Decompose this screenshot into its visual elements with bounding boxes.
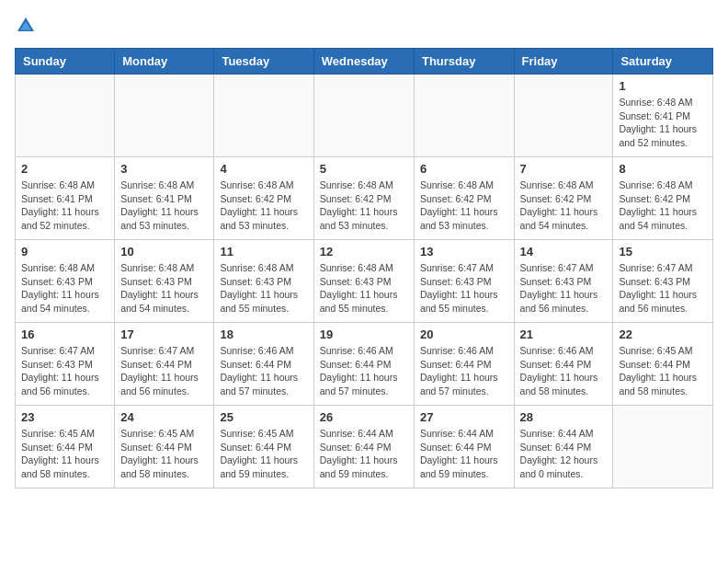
day-number: 4: [220, 162, 307, 176]
calendar-cell: 8Sunrise: 6:48 AM Sunset: 6:42 PM Daylig…: [613, 157, 713, 240]
day-number: 9: [21, 245, 108, 259]
day-info: Sunrise: 6:48 AM Sunset: 6:43 PM Dayligh…: [320, 261, 408, 316]
calendar-cell: 5Sunrise: 6:48 AM Sunset: 6:42 PM Daylig…: [313, 157, 414, 240]
calendar-cell: 9Sunrise: 6:48 AM Sunset: 6:43 PM Daylig…: [16, 240, 115, 323]
calendar-cell: 15Sunrise: 6:47 AM Sunset: 6:43 PM Dayli…: [613, 240, 713, 323]
calendar-cell: [613, 406, 713, 488]
day-info: Sunrise: 6:46 AM Sunset: 6:44 PM Dayligh…: [420, 344, 508, 398]
weekday-header: Tuesday: [214, 49, 313, 75]
calendar-cell: 18Sunrise: 6:46 AM Sunset: 6:44 PM Dayli…: [214, 323, 313, 406]
day-number: 8: [619, 162, 707, 176]
calendar-cell: [16, 75, 115, 157]
logo-icon: [15, 15, 37, 37]
day-info: Sunrise: 6:48 AM Sunset: 6:41 PM Dayligh…: [619, 96, 707, 150]
calendar-cell: 23Sunrise: 6:45 AM Sunset: 6:44 PM Dayli…: [16, 406, 115, 488]
day-number: 17: [120, 327, 208, 341]
calendar-cell: 25Sunrise: 6:45 AM Sunset: 6:44 PM Dayli…: [214, 406, 313, 488]
day-info: Sunrise: 6:45 AM Sunset: 6:44 PM Dayligh…: [619, 344, 707, 398]
day-info: Sunrise: 6:48 AM Sunset: 6:41 PM Dayligh…: [21, 178, 108, 233]
day-number: 15: [619, 245, 707, 259]
weekday-header: Monday: [115, 49, 214, 75]
day-info: Sunrise: 6:47 AM Sunset: 6:43 PM Dayligh…: [21, 344, 108, 398]
day-number: 20: [420, 327, 508, 341]
day-number: 28: [520, 410, 608, 424]
day-number: 25: [220, 410, 307, 424]
day-info: Sunrise: 6:44 AM Sunset: 6:44 PM Dayligh…: [420, 427, 508, 481]
header: [15, 15, 713, 37]
weekday-header: Wednesday: [313, 49, 414, 75]
day-info: Sunrise: 6:48 AM Sunset: 6:42 PM Dayligh…: [320, 178, 408, 233]
calendar-cell: 20Sunrise: 6:46 AM Sunset: 6:44 PM Dayli…: [414, 323, 514, 406]
day-number: 12: [320, 245, 408, 259]
calendar-cell: 26Sunrise: 6:44 AM Sunset: 6:44 PM Dayli…: [313, 406, 414, 488]
day-number: 21: [520, 327, 608, 341]
day-number: 10: [120, 245, 208, 259]
weekday-header: Friday: [514, 49, 613, 75]
day-number: 3: [120, 162, 208, 176]
calendar-cell: [214, 75, 313, 157]
calendar-cell: 6Sunrise: 6:48 AM Sunset: 6:42 PM Daylig…: [414, 157, 514, 240]
calendar-cell: 27Sunrise: 6:44 AM Sunset: 6:44 PM Dayli…: [414, 406, 514, 488]
calendar-cell: 3Sunrise: 6:48 AM Sunset: 6:41 PM Daylig…: [115, 157, 214, 240]
day-info: Sunrise: 6:46 AM Sunset: 6:44 PM Dayligh…: [520, 344, 608, 398]
calendar-cell: [514, 75, 613, 157]
day-info: Sunrise: 6:45 AM Sunset: 6:44 PM Dayligh…: [120, 427, 208, 481]
day-number: 18: [220, 327, 307, 341]
day-info: Sunrise: 6:45 AM Sunset: 6:44 PM Dayligh…: [21, 427, 108, 481]
calendar: SundayMondayTuesdayWednesdayThursdayFrid…: [15, 48, 713, 488]
day-number: 27: [420, 410, 508, 424]
day-number: 19: [320, 327, 408, 341]
calendar-cell: 16Sunrise: 6:47 AM Sunset: 6:43 PM Dayli…: [16, 323, 115, 406]
calendar-cell: 24Sunrise: 6:45 AM Sunset: 6:44 PM Dayli…: [115, 406, 214, 488]
day-info: Sunrise: 6:48 AM Sunset: 6:41 PM Dayligh…: [120, 178, 208, 233]
day-number: 2: [21, 162, 108, 176]
day-number: 14: [520, 245, 608, 259]
day-number: 11: [220, 245, 307, 259]
day-info: Sunrise: 6:47 AM Sunset: 6:43 PM Dayligh…: [520, 261, 608, 316]
day-info: Sunrise: 6:47 AM Sunset: 6:43 PM Dayligh…: [420, 261, 508, 316]
calendar-cell: 7Sunrise: 6:48 AM Sunset: 6:42 PM Daylig…: [514, 157, 613, 240]
weekday-header-row: SundayMondayTuesdayWednesdayThursdayFrid…: [16, 49, 713, 75]
day-number: 24: [120, 410, 208, 424]
day-number: 23: [21, 410, 108, 424]
calendar-cell: 21Sunrise: 6:46 AM Sunset: 6:44 PM Dayli…: [514, 323, 613, 406]
calendar-week-row: 9Sunrise: 6:48 AM Sunset: 6:43 PM Daylig…: [16, 240, 713, 323]
day-info: Sunrise: 6:48 AM Sunset: 6:43 PM Dayligh…: [21, 261, 108, 316]
day-number: 6: [420, 162, 508, 176]
weekday-header: Saturday: [613, 49, 713, 75]
day-info: Sunrise: 6:46 AM Sunset: 6:44 PM Dayligh…: [220, 344, 307, 398]
day-info: Sunrise: 6:48 AM Sunset: 6:42 PM Dayligh…: [220, 178, 307, 233]
calendar-cell: 1Sunrise: 6:48 AM Sunset: 6:41 PM Daylig…: [613, 75, 713, 157]
calendar-cell: 17Sunrise: 6:47 AM Sunset: 6:44 PM Dayli…: [115, 323, 214, 406]
calendar-cell: [115, 75, 214, 157]
day-info: Sunrise: 6:48 AM Sunset: 6:43 PM Dayligh…: [220, 261, 307, 316]
calendar-week-row: 1Sunrise: 6:48 AM Sunset: 6:41 PM Daylig…: [16, 75, 713, 157]
day-info: Sunrise: 6:48 AM Sunset: 6:42 PM Dayligh…: [420, 178, 508, 233]
calendar-week-row: 2Sunrise: 6:48 AM Sunset: 6:41 PM Daylig…: [16, 157, 713, 240]
calendar-cell: 19Sunrise: 6:46 AM Sunset: 6:44 PM Dayli…: [313, 323, 414, 406]
calendar-week-row: 23Sunrise: 6:45 AM Sunset: 6:44 PM Dayli…: [16, 406, 713, 488]
day-info: Sunrise: 6:46 AM Sunset: 6:44 PM Dayligh…: [320, 344, 408, 398]
calendar-cell: 11Sunrise: 6:48 AM Sunset: 6:43 PM Dayli…: [214, 240, 313, 323]
weekday-header: Thursday: [414, 49, 514, 75]
calendar-cell: 14Sunrise: 6:47 AM Sunset: 6:43 PM Dayli…: [514, 240, 613, 323]
weekday-header: Sunday: [16, 49, 115, 75]
day-info: Sunrise: 6:47 AM Sunset: 6:44 PM Dayligh…: [120, 344, 208, 398]
day-info: Sunrise: 6:48 AM Sunset: 6:42 PM Dayligh…: [619, 178, 707, 233]
day-info: Sunrise: 6:45 AM Sunset: 6:44 PM Dayligh…: [220, 427, 307, 481]
day-info: Sunrise: 6:44 AM Sunset: 6:44 PM Dayligh…: [320, 427, 408, 481]
day-number: 26: [320, 410, 408, 424]
day-info: Sunrise: 6:47 AM Sunset: 6:43 PM Dayligh…: [619, 261, 707, 316]
calendar-cell: 22Sunrise: 6:45 AM Sunset: 6:44 PM Dayli…: [613, 323, 713, 406]
day-number: 5: [320, 162, 408, 176]
day-number: 7: [520, 162, 608, 176]
calendar-cell: [313, 75, 414, 157]
logo: [15, 15, 40, 37]
calendar-cell: 28Sunrise: 6:44 AM Sunset: 6:44 PM Dayli…: [514, 406, 613, 488]
day-number: 22: [619, 327, 707, 341]
day-info: Sunrise: 6:48 AM Sunset: 6:42 PM Dayligh…: [520, 178, 608, 233]
calendar-cell: [414, 75, 514, 157]
calendar-cell: 10Sunrise: 6:48 AM Sunset: 6:43 PM Dayli…: [115, 240, 214, 323]
day-number: 13: [420, 245, 508, 259]
calendar-cell: 2Sunrise: 6:48 AM Sunset: 6:41 PM Daylig…: [16, 157, 115, 240]
